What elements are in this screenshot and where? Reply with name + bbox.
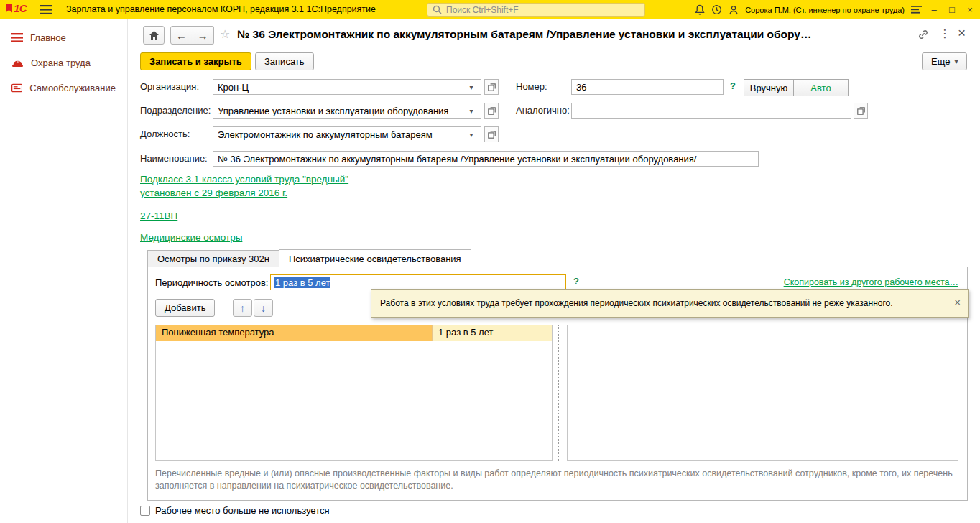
panel-footnote: Перечисленные вредные и (или) опасные пр… [155,468,958,492]
global-search-input[interactable]: Поиск Ctrl+Shift+F [427,3,645,17]
position-value: Электромонтажник по аккумуляторным батар… [218,129,466,140]
psychiatric-panel: Периодичность осмотров: 1 раз в 5 лет ? … [147,267,968,501]
number-value: 36 [576,82,718,93]
move-down-button[interactable]: ↓ [254,299,273,317]
app-title: Зарплата и управление персоналом КОРП, р… [66,4,376,14]
window-close-button[interactable]: × [964,0,976,19]
factors-table[interactable]: Пониженная температура 1 раз в 5 лет [155,325,553,461]
copy-from-other-workplace-link[interactable]: Скопировать из другого рабочего места… [784,277,958,287]
periodicity-field[interactable]: 1 раз в 5 лет [270,274,566,290]
window-minimize-button[interactable]: – [928,0,940,19]
main-section-icon [11,33,23,42]
user-icon[interactable] [729,5,739,15]
periodicity-value: 1 раз в 5 лет [274,277,330,288]
search-placeholder: Поиск Ctrl+Shift+F [446,5,519,15]
get-link-icon[interactable] [917,29,929,42]
card-icon [11,83,22,93]
splitter-handle[interactable] [558,325,559,461]
search-icon [433,5,442,14]
sidebar-item-self-service[interactable]: Самообслуживание [0,75,127,101]
name-field[interactable]: № 36 Электромонтажник по аккумуляторным … [213,151,759,167]
organization-value: Крон-Ц [218,82,466,93]
history-icon[interactable] [711,4,722,15]
sidebar-item-main[interactable]: Главное [0,25,127,50]
add-button[interactable]: Добавить [155,299,215,317]
checkbox-label: Рабочее место больше не используется [155,505,329,516]
back-button[interactable]: ← [170,26,193,45]
1c-flag-icon [6,4,12,13]
open-icon [857,107,865,115]
dropdown-icon[interactable]: ▾ [466,83,476,91]
name-value: № 36 Электромонтажник по аккумуляторным … [218,154,754,165]
manual-number-button[interactable]: Вручную [744,79,794,96]
subclass-link-line2[interactable]: установлен с 29 февраля 2016 г. [140,188,287,198]
1c-logo: 1С [6,2,27,14]
works-list[interactable] [567,325,958,461]
home-button[interactable] [143,26,165,45]
hint-popup: Работа в этих условиях труда требует про… [371,289,969,318]
periodicity-label: Периодичность осмотров: [155,277,268,288]
workplace-form: ← → ☆ № 36 Электромонтажник по аккумулят… [128,19,980,523]
position-combobox[interactable]: Электромонтажник по аккумуляторным батар… [213,126,481,142]
hint-close-icon[interactable]: × [954,297,961,307]
similar-field[interactable] [571,103,851,119]
sidebar-item-label: Самообслуживание [29,83,116,93]
1c-logo-text: 1С [14,2,27,14]
titlebar: 1С Зарплата и управление персоналом КОРП… [0,0,980,19]
auto-number-button[interactable]: Авто [793,79,849,96]
hint-text: Работа в этих условиях труда требует про… [380,298,893,308]
more-button[interactable]: Еще ▾ [922,52,967,70]
department-open-button[interactable] [484,103,499,119]
favorite-star-icon[interactable]: ☆ [220,29,230,40]
forward-button[interactable]: → [192,26,214,45]
sidebar-item-labor-safety[interactable]: Охрана труда [0,50,127,75]
notifications-bell-icon[interactable] [695,4,705,16]
hard-hat-icon [11,58,24,68]
number-label: Номер: [516,81,547,92]
panels-settings-icon[interactable] [911,6,922,14]
number-field[interactable]: 36 [571,79,724,95]
organization-label: Организация: [140,81,199,92]
similar-open-button[interactable] [854,103,868,119]
department-combobox[interactable]: Управление установки и эксплуатации обор… [213,103,481,119]
open-icon [488,131,496,139]
factor-period-cell[interactable]: 1 раз в 5 лет [433,325,552,341]
similar-label: Аналогично: [516,105,570,116]
workplace-unused-checkbox[interactable]: Рабочее место больше не используется [140,505,329,516]
periodicity-help-icon[interactable]: ? [573,276,579,287]
open-icon [488,107,496,115]
organization-open-button[interactable] [484,79,499,95]
close-form-button[interactable]: × [958,25,966,41]
factor-name-cell[interactable]: Пониженная температура [156,325,433,341]
sidebar-item-label: Главное [30,32,66,43]
dropdown-icon[interactable]: ▾ [466,131,476,139]
position-open-button[interactable] [484,126,499,142]
tab-strip: Осмотры по приказу 302н Психиатрические … [147,249,471,267]
window-maximize-button[interactable]: □ [946,0,958,19]
current-user-name[interactable]: Сорока П.М. (Ст. инженер по охране труда… [745,6,905,14]
number-help-icon[interactable]: ? [730,80,736,91]
position-label: Должность: [140,129,190,139]
benefit-code-link[interactable]: 27-11ВП [140,210,177,221]
department-label: Подразделение: [140,105,211,116]
dropdown-icon[interactable]: ▾ [466,107,476,115]
subclass-link-line1[interactable]: Подкласс 3.1 класса условий труда "вредн… [140,174,348,185]
organization-combobox[interactable]: Крон-Ц ▾ [213,79,481,95]
save-and-close-button[interactable]: Записать и закрыть [140,52,251,70]
medical-checkups-link[interactable]: Медицинские осмотры [140,232,242,243]
main-menu-icon[interactable] [40,5,52,17]
open-icon [488,83,496,91]
tab-order-302n[interactable]: Осмотры по приказу 302н [147,250,279,267]
sidebar-item-label: Охрана труда [31,57,91,68]
checkbox-box[interactable] [140,506,150,516]
name-label: Наименование: [140,153,208,164]
tab-psychiatric[interactable]: Психиатрические освидетельствования [279,249,471,268]
department-value: Управление установки и эксплуатации обор… [218,106,466,116]
home-icon [149,30,160,40]
save-button[interactable]: Записать [255,52,314,70]
more-button-label: Еще [931,56,950,67]
more-commands-icon[interactable]: ⋮ [939,27,951,40]
sections-panel: Главное Охрана труда Самообслуживание [0,19,128,523]
factor-row[interactable]: Пониженная температура 1 раз в 5 лет [156,325,552,341]
move-up-button[interactable]: ↑ [233,299,252,317]
